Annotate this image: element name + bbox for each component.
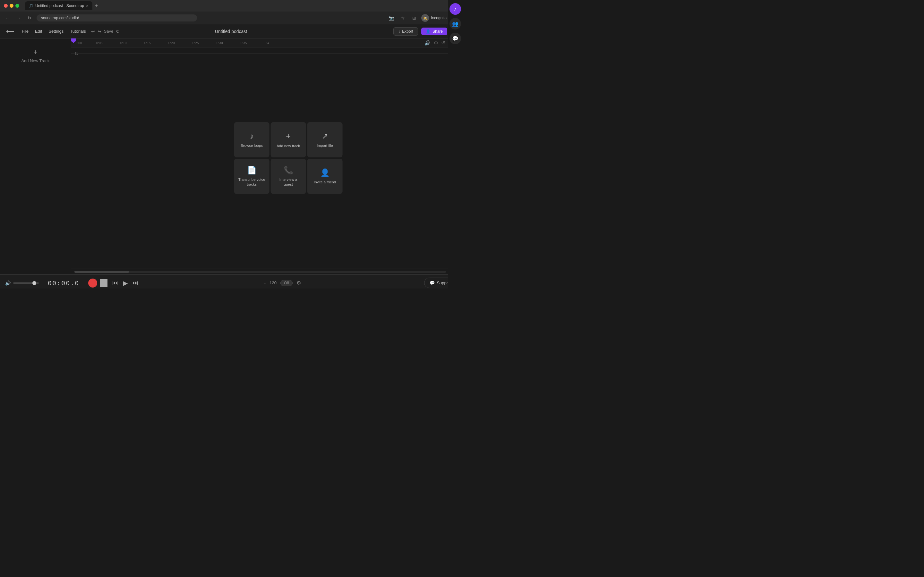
loop-toggle-button[interactable]: ↺: [441, 40, 445, 46]
traffic-lights: [4, 4, 19, 8]
fast-forward-button[interactable]: ⏭: [130, 278, 141, 288]
app-header: ⟵ File Edit Settings Tutorials ↩ ↪ Save …: [0, 24, 462, 39]
fullscreen-button[interactable]: [15, 4, 19, 8]
save-button[interactable]: Save: [102, 27, 116, 35]
timeline-ruler: 0:00 0:05 0:10 0:15 0:20 0:25 0:30 0:35 …: [71, 39, 462, 47]
invite-icon: 👤: [320, 168, 330, 177]
app-body: + Add New Track 0:00 0:05 0:10 0:15 0:20…: [0, 39, 462, 288]
play-button[interactable]: ▶: [123, 279, 128, 287]
browser-actions: 📷 ☆ ⊞ 🕵 Incognito ⋮: [387, 13, 458, 23]
interview-label: Interview a guest: [275, 177, 302, 187]
ruler-marker-5: 0:25: [192, 41, 199, 45]
import-file-icon: ↗: [322, 132, 328, 141]
add-track-card-icon: +: [286, 131, 291, 141]
minimize-button[interactable]: [10, 4, 13, 8]
add-track-label: Add New Track: [21, 58, 49, 63]
undo-redo-group: ↩ ↪: [91, 29, 102, 34]
action-grid: ♪ Browse loops + Add new track ↗ Import …: [234, 122, 342, 194]
active-tab[interactable]: 🎵 Untitled podcast - Soundtrap ✕: [25, 1, 92, 10]
track-line: [71, 53, 462, 53]
invite-friend-card[interactable]: 👤 Invite a friend: [307, 159, 342, 194]
project-title: Untitled podcast: [215, 29, 247, 34]
refresh-button[interactable]: ↻: [116, 29, 120, 34]
interview-icon: 📞: [284, 166, 293, 175]
add-new-track-button[interactable]: + Add New Track: [21, 48, 49, 63]
comments-icon: 💬: [452, 39, 459, 42]
close-button[interactable]: [4, 4, 8, 8]
url-bar[interactable]: soundtrap.com/studio/: [37, 15, 197, 21]
volume-section: 🔊: [5, 280, 39, 285]
menu-tutorials[interactable]: Tutorials: [70, 29, 86, 34]
off-badge[interactable]: Off: [280, 280, 292, 286]
rewind-icon: ⏮: [112, 279, 118, 286]
forward-nav-button[interactable]: →: [15, 14, 23, 22]
time-display: 00:00.0: [48, 279, 79, 287]
app-back-button[interactable]: ⟵: [5, 26, 15, 37]
scrollbar-area: − +: [71, 269, 462, 274]
add-new-track-card-label: Add new track: [276, 143, 300, 148]
export-button[interactable]: ↓ Export: [393, 27, 418, 35]
volume-icon: 🔊: [5, 280, 11, 285]
editor-area: + Add New Track 0:00 0:05 0:10 0:15 0:20…: [0, 39, 462, 274]
ruler-marker-2: 0:10: [120, 41, 126, 45]
ruler-marker-8: 0:4: [265, 41, 269, 45]
volume-thumb: [32, 281, 36, 285]
comments-button[interactable]: 💬: [449, 39, 461, 44]
back-icon: ⟵: [6, 28, 15, 35]
browser-menu-icon[interactable]: ⊞: [410, 13, 419, 23]
ruler-marker-1: 0:05: [96, 41, 102, 45]
back-nav-button[interactable]: ←: [4, 14, 11, 22]
share-label: Share: [433, 29, 443, 34]
incognito-icon: 🕵: [421, 14, 429, 22]
export-label: Export: [402, 29, 413, 34]
horizontal-scrollbar[interactable]: [74, 271, 446, 273]
right-sidebar: ♪ 👥 💬: [448, 39, 462, 274]
menu-settings[interactable]: Settings: [48, 29, 63, 34]
browse-loops-icon: ♪: [250, 132, 254, 141]
fast-forward-icon: ⏭: [132, 279, 138, 286]
redo-button[interactable]: ↪: [97, 29, 102, 34]
menu-file[interactable]: File: [22, 29, 29, 34]
record-button[interactable]: [88, 279, 97, 287]
ruler-marker-6: 0:30: [216, 41, 223, 45]
new-tab-button[interactable]: +: [95, 3, 98, 9]
metronome-button[interactable]: 🔊: [425, 40, 431, 46]
reload-button[interactable]: ↻: [26, 14, 33, 22]
camera-icon[interactable]: 📷: [387, 13, 396, 23]
tab-favicon: 🎵: [29, 4, 33, 8]
url-text: soundtrap.com/studio/: [41, 16, 79, 20]
separator: -: [264, 280, 266, 286]
browse-loops-card[interactable]: ♪ Browse loops: [234, 122, 270, 157]
transcribe-icon: 📄: [247, 166, 257, 175]
timeline-top-controls: 🔊 ⚙ ↺: [425, 40, 445, 46]
tab-title: Untitled podcast - Soundtrap: [35, 3, 84, 8]
browser-chrome: 🎵 Untitled podcast - Soundtrap ✕ + ≡: [0, 0, 462, 11]
support-icon: 💬: [430, 280, 435, 285]
undo-button[interactable]: ↩: [91, 29, 95, 34]
volume-slider[interactable]: [13, 282, 39, 284]
share-button[interactable]: 👤 Share: [421, 27, 447, 35]
settings-button[interactable]: ⚙: [434, 40, 438, 46]
export-icon: ↓: [398, 29, 400, 34]
timeline-wrapper: 0:00 0:05 0:10 0:15 0:20 0:25 0:30 0:35 …: [71, 39, 462, 274]
menu-bar: File Edit Settings Tutorials: [22, 29, 86, 34]
interview-guest-card[interactable]: 📞 Interview a guest: [271, 159, 306, 194]
loop-icon: ↻: [74, 51, 79, 57]
star-icon[interactable]: ☆: [398, 13, 407, 23]
ruler-marker-0: 0:00: [76, 41, 82, 45]
transcribe-label: Transcribe voice tracks: [238, 177, 266, 187]
transcribe-voice-card[interactable]: 📄 Transcribe voice tracks: [234, 159, 270, 194]
browse-loops-label: Browse loops: [241, 143, 263, 148]
transport-bar: 🔊 00:00.0 ⏮ ▶ ⏭ - 120 Off ⚙ 💬 Support: [0, 274, 462, 288]
import-file-card[interactable]: ↗ Import file: [307, 122, 342, 157]
menu-edit[interactable]: Edit: [35, 29, 42, 34]
incognito-badge: 🕵 Incognito: [421, 14, 447, 22]
address-bar: ← → ↻ soundtrap.com/studio/ 📷 ☆ ⊞ 🕵 Inco…: [0, 11, 462, 24]
transport-controls: ⏮ ▶ ⏭: [88, 278, 141, 288]
transport-settings-button[interactable]: ⚙: [296, 280, 301, 286]
stop-button[interactable]: [100, 279, 107, 287]
playhead: [71, 39, 76, 43]
rewind-button[interactable]: ⏮: [110, 278, 120, 288]
tab-close-button[interactable]: ✕: [86, 4, 89, 8]
add-new-track-card[interactable]: + Add new track: [271, 122, 306, 157]
